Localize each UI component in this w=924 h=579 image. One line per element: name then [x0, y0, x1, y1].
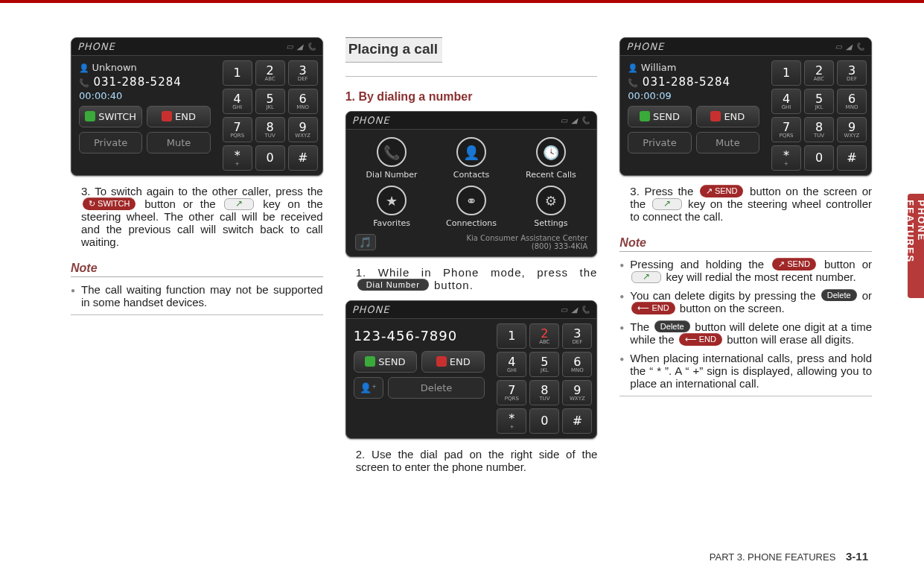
column-2: Placing a call 1. By dialing a number PH…	[345, 37, 598, 542]
private-button[interactable]: Private	[79, 132, 142, 154]
note-bullet-3: The Delete button will delete one digit …	[630, 320, 872, 346]
call-duration: 00:00:40	[79, 89, 211, 106]
menu-item-recent-calls[interactable]: 🕓Recent Calls	[514, 137, 587, 180]
key-7[interactable]: 7PQRS	[497, 380, 526, 405]
column-3: PHONE ▭ ◢ 📞 William 031-288-5284 00:00:0…	[619, 37, 872, 542]
key-4[interactable]: 4GHI	[223, 89, 252, 114]
call-key-icon	[224, 198, 254, 210]
key-*[interactable]: *+	[497, 408, 526, 434]
note-heading: Note	[619, 236, 872, 252]
step-3-text: 3. To switch again to the other caller, …	[81, 185, 323, 248]
key-#[interactable]: #	[837, 145, 867, 171]
key-#[interactable]: #	[288, 145, 318, 171]
footer-part: PART 3. PHONE FEATURES	[710, 551, 836, 563]
key-7[interactable]: 7PQRS	[771, 117, 801, 142]
key-5[interactable]: 5JKL	[804, 89, 834, 114]
switch-button[interactable]: SWITCH	[79, 106, 142, 127]
key-1[interactable]: 1	[497, 323, 526, 349]
status-icons: ▭ ◢ 📞	[561, 116, 591, 124]
footer-page: 3-11	[846, 550, 868, 563]
delete-chip: Delete	[821, 289, 857, 301]
status-icons: ▭ ◢ 📞	[561, 306, 591, 314]
shot-title: PHONE	[77, 41, 115, 52]
back-button[interactable]: 🎵	[355, 234, 376, 250]
key-1[interactable]: 1	[223, 60, 252, 86]
key-9[interactable]: 9WXYZ	[837, 117, 867, 142]
note-bullet-2: You can delete digits by pressing the De…	[630, 289, 872, 314]
caller-number: 031-288-5284	[79, 75, 211, 89]
key-5[interactable]: 5JKL	[529, 352, 559, 377]
subsection-heading: 1. By dialing a number	[345, 90, 598, 104]
mute-button[interactable]: Mute	[147, 132, 210, 154]
key-0[interactable]: 0	[529, 408, 559, 434]
key-4[interactable]: 4GHI	[497, 352, 526, 377]
screenshot-outgoing-call: PHONE ▭ ◢ 📞 William 031-288-5284 00:00:0…	[619, 37, 872, 176]
key-2[interactable]: 2ABC	[529, 323, 559, 349]
caller-name: Unknown	[79, 60, 211, 75]
assist-line-2: (800) 333-4KIA	[466, 242, 587, 250]
key-5[interactable]: 5JKL	[255, 89, 285, 114]
key-6[interactable]: 6MNO	[562, 352, 592, 377]
menu-item-contacts[interactable]: 👤Contacts	[435, 137, 509, 180]
key-*[interactable]: *+	[771, 145, 801, 171]
call-key-icon	[652, 198, 682, 210]
end-chip: ⟵ END	[679, 333, 722, 346]
key-0[interactable]: 0	[255, 145, 285, 171]
add-contact-button[interactable]: 👤⁺	[354, 377, 383, 399]
keypad: 12ABC3DEF4GHI5JKL6MNO7PQRS8TUV9WXYZ*+0#	[492, 319, 596, 438]
key-1[interactable]: 1	[771, 60, 801, 86]
key-2[interactable]: 2ABC	[255, 60, 285, 86]
key-#[interactable]: #	[562, 408, 592, 434]
key-3[interactable]: 3DEF	[562, 323, 592, 349]
key-8[interactable]: 8TUV	[255, 117, 285, 142]
step-2-text: 2. Use the dial pad on the right side of…	[356, 448, 598, 473]
key-7[interactable]: 7PQRS	[223, 117, 252, 142]
dial-number-chip: Dial Number	[357, 279, 429, 291]
menu-item-dial-number[interactable]: 📞Dial Number	[355, 137, 429, 180]
page-footer: PART 3. PHONE FEATURES 3-11	[710, 550, 868, 563]
screenshot-call-waiting: PHONE ▭ ◢ 📞 Unknown 031-288-5284 00:00:4…	[71, 37, 323, 176]
dialed-number: 123-456-7890	[354, 323, 485, 351]
send-button[interactable]: SEND	[354, 351, 417, 373]
call-key-icon	[631, 271, 661, 283]
menu-item-connections[interactable]: ⚭Connections	[435, 186, 509, 228]
key-9[interactable]: 9WXYZ	[562, 380, 592, 405]
mute-button[interactable]: Mute	[696, 132, 759, 154]
end-chip: ⟵ END	[631, 302, 675, 314]
key-6[interactable]: 6MNO	[837, 89, 867, 114]
divider	[619, 396, 872, 396]
key-6[interactable]: 6MNO	[288, 89, 318, 114]
section-title-wrap: Placing a call	[345, 37, 598, 77]
delete-button[interactable]: Delete	[388, 377, 485, 399]
private-button[interactable]: Private	[628, 132, 691, 154]
key-9[interactable]: 9WXYZ	[288, 117, 318, 142]
menu-footer: 🎵 Kia Consumer Assistance Center (800) 3…	[346, 231, 597, 256]
end-button[interactable]: END	[696, 106, 759, 127]
note-bullet-4: When placing international calls, press …	[630, 352, 872, 390]
end-button[interactable]: END	[421, 351, 485, 373]
section-title: Placing a call	[345, 37, 442, 63]
key-3[interactable]: 3DEF	[288, 60, 318, 86]
note-bullet-1: The call waiting function may not be sup…	[81, 283, 323, 309]
screenshot-dial-pad: PHONE ▭ ◢ 📞 123-456-7890 SEND END 👤⁺ Del…	[345, 300, 598, 439]
screenshot-phone-menu: PHONE ▭ ◢ 📞 📞Dial Number👤Contacts🕓Recent…	[345, 111, 598, 257]
key-2[interactable]: 2ABC	[804, 60, 834, 86]
send-button[interactable]: SEND	[628, 106, 691, 127]
delete-chip: Delete	[654, 320, 690, 332]
menu-item-favorites[interactable]: ★Favorites	[355, 186, 429, 228]
end-button[interactable]: END	[147, 106, 210, 127]
keypad: 12ABC3DEF4GHI5JKL6MNO7PQRS8TUV9WXYZ*+0#	[767, 56, 871, 175]
send-chip: ↗ SEND	[700, 185, 744, 197]
menu-item-settings[interactable]: ⚙Settings	[514, 186, 587, 228]
key-0[interactable]: 0	[804, 145, 834, 171]
key-3[interactable]: 3DEF	[837, 60, 867, 86]
caller-name: William	[628, 60, 759, 75]
key-8[interactable]: 8TUV	[529, 380, 559, 405]
step-1-text: 1. While in Phone mode, press the Dial N…	[356, 266, 598, 291]
note-heading: Note	[71, 262, 323, 277]
send-chip: ↗ SEND	[772, 258, 816, 270]
key-8[interactable]: 8TUV	[804, 117, 834, 142]
key-*[interactable]: *+	[223, 145, 252, 171]
side-tab: PHONE FEATURES	[908, 194, 924, 298]
key-4[interactable]: 4GHI	[771, 89, 801, 114]
